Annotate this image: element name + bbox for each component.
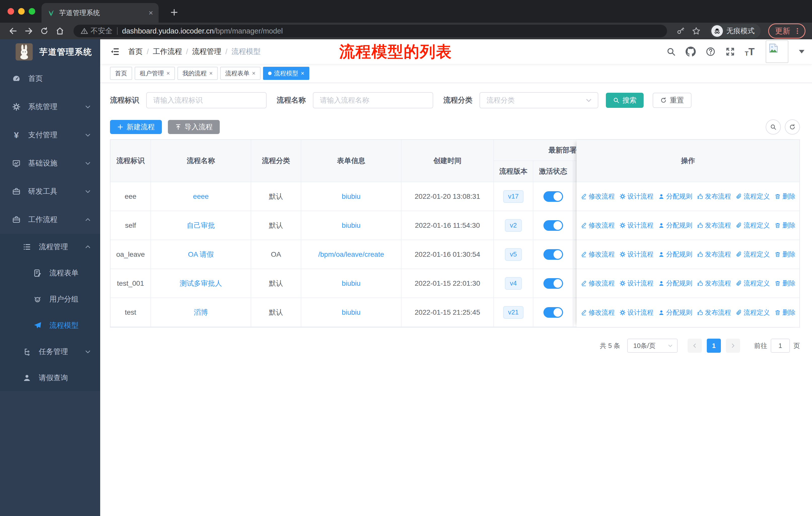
avatar[interactable] — [766, 40, 788, 63]
active-toggle[interactable] — [544, 278, 563, 289]
browser-menu-button[interactable]: 更新 — [768, 23, 806, 38]
goto-page-input[interactable] — [771, 338, 790, 353]
tag-process-form[interactable]: 流程表单 × — [220, 67, 261, 80]
sidebar-item-system[interactable]: 系统管理 — [0, 93, 100, 121]
bookmark-star-icon[interactable] — [690, 24, 703, 37]
modify-process-link[interactable]: 修改流程 — [581, 308, 615, 317]
form-info-link[interactable]: biubiu — [342, 221, 361, 229]
category-select[interactable]: 流程分类 — [480, 92, 598, 108]
process-name-link[interactable]: eeee — [193, 192, 209, 200]
delete-link[interactable]: 删除 — [775, 308, 795, 317]
page-size-select[interactable]: 10条/页 — [627, 338, 677, 353]
sidebar-item-workflow[interactable]: 工作流程 — [0, 206, 100, 234]
modify-process-link[interactable]: 修改流程 — [581, 279, 615, 288]
window-close-button[interactable] — [7, 8, 14, 15]
password-key-icon[interactable] — [674, 24, 687, 37]
process-id-input[interactable] — [146, 92, 266, 108]
sidebar-item-process-form[interactable]: 流程表单 — [0, 260, 100, 286]
create-process-button[interactable]: 新建流程 — [110, 120, 162, 134]
process-definition-link[interactable]: 流程定义 — [736, 308, 770, 317]
sidebar-item-process-mgmt[interactable]: 流程管理 — [0, 234, 100, 260]
prev-page-button[interactable] — [688, 338, 702, 353]
page-number-1[interactable]: 1 — [707, 338, 721, 353]
sidebar-item-user-group[interactable]: 用户分组 — [0, 286, 100, 313]
tag-tenant[interactable]: 租户管理 × — [135, 67, 175, 80]
publish-process-link[interactable]: 发布流程 — [697, 250, 731, 259]
fullscreen-icon[interactable] — [725, 47, 735, 57]
design-process-link[interactable]: 设计流程 — [619, 250, 654, 259]
tag-home[interactable]: 首页 — [110, 67, 132, 80]
breadcrumb-item[interactable]: 首页 — [128, 47, 143, 57]
form-info-link[interactable]: /bpm/oa/leave/create — [318, 250, 384, 259]
address-bar[interactable]: 不安全 dashboard.yudao.iocoder.cn /bpm/mana… — [74, 25, 667, 37]
delete-link[interactable]: 删除 — [775, 192, 795, 201]
publish-process-link[interactable]: 发布流程 — [697, 279, 731, 288]
sidebar-item-infra[interactable]: 基础设施 — [0, 149, 100, 178]
tag-close-icon[interactable]: × — [301, 70, 304, 76]
window-minimize-button[interactable] — [18, 8, 25, 15]
breadcrumb-item[interactable]: 工作流程 — [153, 47, 182, 57]
search-icon[interactable] — [666, 47, 676, 56]
active-toggle[interactable] — [544, 307, 563, 318]
design-process-link[interactable]: 设计流程 — [619, 221, 654, 230]
process-name-link[interactable]: 滔博 — [194, 308, 208, 317]
process-name-link[interactable]: 测试多审批人 — [180, 279, 222, 288]
home-button[interactable] — [53, 24, 66, 37]
modify-process-link[interactable]: 修改流程 — [581, 192, 615, 201]
sidebar-item-process-model[interactable]: 流程模型 — [0, 313, 100, 338]
assign-rule-link[interactable]: 分配规则 — [658, 250, 692, 259]
process-name-link[interactable]: OA 请假 — [188, 250, 214, 259]
delete-link[interactable]: 删除 — [775, 279, 795, 288]
reset-button[interactable]: 重置 — [653, 93, 691, 108]
process-definition-link[interactable]: 流程定义 — [736, 221, 770, 230]
design-process-link[interactable]: 设计流程 — [619, 308, 654, 317]
design-process-link[interactable]: 设计流程 — [619, 192, 654, 201]
process-name-link[interactable]: 自己审批 — [187, 221, 215, 230]
sidebar-fold-icon[interactable] — [110, 47, 120, 56]
assign-rule-link[interactable]: 分配规则 — [658, 221, 692, 230]
form-info-link[interactable]: biubiu — [342, 308, 361, 317]
publish-process-link[interactable]: 发布流程 — [697, 192, 731, 201]
active-toggle[interactable] — [544, 220, 563, 231]
assign-rule-link[interactable]: 分配规则 — [658, 192, 692, 201]
process-name-input[interactable] — [313, 92, 433, 108]
tab-close-icon[interactable]: × — [148, 9, 153, 17]
sidebar-item-devtools[interactable]: 研发工具 — [0, 178, 100, 206]
design-process-link[interactable]: 设计流程 — [619, 279, 654, 288]
active-toggle[interactable] — [544, 191, 563, 202]
active-toggle[interactable] — [544, 249, 563, 260]
assign-rule-link[interactable]: 分配规则 — [658, 308, 692, 317]
font-size-icon[interactable]: TT — [745, 47, 755, 57]
process-definition-link[interactable]: 流程定义 — [736, 279, 770, 288]
forward-button[interactable] — [22, 24, 35, 37]
next-page-button[interactable] — [726, 338, 740, 353]
show-search-button[interactable] — [766, 119, 781, 135]
sidebar-item-task-mgmt[interactable]: 任务管理 — [0, 338, 100, 365]
publish-process-link[interactable]: 发布流程 — [697, 308, 731, 317]
github-icon[interactable] — [686, 46, 696, 57]
modify-process-link[interactable]: 修改流程 — [581, 221, 615, 230]
modify-process-link[interactable]: 修改流程 — [581, 250, 615, 259]
security-label[interactable]: 不安全 — [91, 26, 113, 36]
window-zoom-button[interactable] — [29, 8, 35, 15]
publish-process-link[interactable]: 发布流程 — [697, 221, 731, 230]
tag-close-icon[interactable]: × — [166, 70, 170, 76]
new-tab-button[interactable] — [167, 5, 181, 19]
process-definition-link[interactable]: 流程定义 — [736, 250, 770, 259]
reload-button[interactable] — [38, 24, 51, 37]
assign-rule-link[interactable]: 分配规则 — [658, 279, 692, 288]
help-icon[interactable] — [705, 47, 716, 57]
sidebar-item-home[interactable]: 首页 — [0, 64, 100, 93]
import-process-button[interactable]: 导入流程 — [168, 120, 220, 134]
browser-tab[interactable]: 芋道管理系统 × — [41, 3, 158, 23]
tag-my-process[interactable]: 我的流程 × — [177, 67, 218, 80]
breadcrumb-item[interactable]: 流程管理 — [192, 47, 221, 57]
delete-link[interactable]: 删除 — [775, 221, 795, 230]
delete-link[interactable]: 删除 — [775, 250, 795, 259]
tag-close-icon[interactable]: × — [252, 70, 256, 76]
back-button[interactable] — [6, 24, 20, 37]
caret-down-icon[interactable] — [799, 50, 805, 53]
process-definition-link[interactable]: 流程定义 — [736, 192, 770, 201]
search-button[interactable]: 搜索 — [606, 93, 644, 108]
tag-process-model[interactable]: 流程模型 × — [263, 67, 309, 80]
